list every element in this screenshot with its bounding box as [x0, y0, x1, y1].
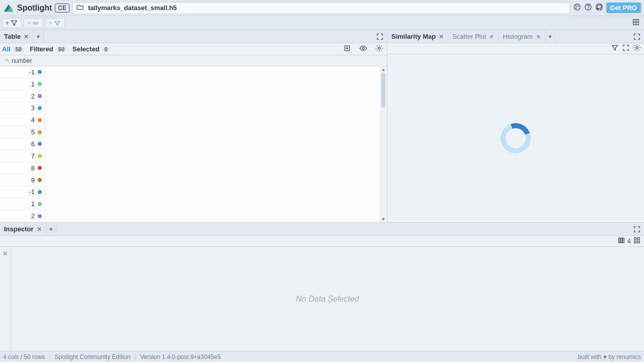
- maximize-icon[interactable]: [630, 223, 644, 235]
- table-row[interactable]: 1: [0, 78, 45, 90]
- category-dot-icon: [38, 82, 42, 86]
- filter-all[interactable]: All 50: [2, 45, 25, 53]
- table-row[interactable]: 7: [0, 150, 45, 162]
- close-icon[interactable]: ✕: [24, 33, 29, 40]
- filter-filtered[interactable]: Filtered 50: [30, 45, 67, 53]
- add-tab-button[interactable]: +: [46, 223, 57, 235]
- add-link-button[interactable]: +: [24, 18, 43, 28]
- close-icon[interactable]: ✕: [37, 226, 42, 233]
- tab-similarity-map[interactable]: Similarity Map✕: [387, 30, 448, 43]
- scroll-down-icon[interactable]: ▼: [381, 216, 386, 222]
- table-row[interactable]: 2: [0, 90, 45, 103]
- cell-value: 2: [28, 212, 35, 220]
- svg-point-7: [588, 9, 588, 9]
- columns-icon[interactable]: [617, 236, 625, 246]
- topbar-actions: Get PRO: [573, 3, 641, 13]
- app-logo-icon: [3, 3, 14, 14]
- category-dot-icon: [38, 202, 42, 206]
- gear-icon[interactable]: [633, 44, 641, 53]
- table-row[interactable]: 8: [0, 162, 45, 174]
- inspector-body: ✕ No Data Selected: [0, 247, 644, 351]
- svg-point-12: [57, 24, 58, 26]
- close-icon[interactable]: ✕: [536, 33, 541, 40]
- table-row[interactable]: 6: [0, 138, 45, 150]
- table-scrollbar[interactable]: ▲ ▼: [380, 66, 387, 222]
- column-header-number[interactable]: ✎ number: [0, 57, 45, 64]
- close-icon[interactable]: ✕: [489, 33, 494, 40]
- table-row[interactable]: 3: [0, 103, 45, 115]
- svg-point-17: [636, 47, 638, 49]
- tab-histogram[interactable]: Histogram✕: [499, 30, 545, 43]
- add-column-icon[interactable]: [342, 44, 353, 54]
- filter-icon: [10, 19, 18, 27]
- cell-value: 1: [28, 80, 35, 88]
- scroll-up-icon[interactable]: ▲: [381, 66, 386, 72]
- layout-icon[interactable]: [630, 18, 642, 28]
- add-filter-button[interactable]: +: [2, 18, 22, 28]
- columns-count: 4: [627, 237, 631, 245]
- maximize-icon[interactable]: [630, 30, 644, 43]
- fit-icon[interactable]: [622, 44, 630, 53]
- plus-icon: +: [27, 20, 31, 27]
- svg-rect-20: [622, 238, 624, 242]
- add-tab-button[interactable]: +: [545, 30, 556, 43]
- help-icon[interactable]: [584, 3, 592, 13]
- tab-scatter-plot[interactable]: Scatter Plot✕: [448, 30, 499, 43]
- category-dot-icon: [38, 142, 42, 146]
- table-row[interactable]: -1: [0, 66, 45, 78]
- cell-value: 1: [28, 200, 35, 208]
- tab-label: Histogram: [503, 33, 532, 40]
- gear-icon[interactable]: [374, 44, 385, 54]
- nodes-icon: [53, 19, 61, 27]
- get-pro-button[interactable]: Get PRO: [606, 3, 641, 13]
- table-row[interactable]: 2: [0, 210, 45, 222]
- cell-value: 9: [28, 176, 35, 184]
- edition-badge: CE: [55, 4, 69, 13]
- file-box[interactable]: tallymarks_dataset_small.h5: [72, 2, 570, 14]
- svg-point-2: [574, 4, 580, 10]
- tab-label: Scatter Plot: [452, 33, 486, 40]
- add-graph-button[interactable]: +: [45, 18, 65, 28]
- filter-filtered-label: Filtered: [30, 45, 53, 53]
- column-header-label: number: [12, 57, 32, 64]
- filter-selected-label: Selected: [72, 45, 99, 53]
- cell-value: 3: [28, 104, 35, 112]
- status-bar: 4 cols / 50 rows | Spotlight Community E…: [0, 351, 644, 362]
- filter-filtered-count: 50: [55, 46, 67, 52]
- scroll-thumb[interactable]: [381, 72, 385, 108]
- close-icon[interactable]: ✕: [439, 33, 444, 40]
- cell-value: 4: [28, 116, 35, 124]
- svg-point-15: [362, 47, 364, 49]
- tab-table[interactable]: Table ✕: [0, 30, 33, 43]
- cell-value: 7: [28, 152, 35, 160]
- cell-value: 5: [28, 128, 35, 136]
- app-brand: Spotlight: [17, 4, 52, 13]
- palette-icon[interactable]: [573, 3, 581, 13]
- grid-icon[interactable]: [633, 236, 641, 246]
- add-tab-button[interactable]: +: [33, 30, 44, 43]
- table-row[interactable]: 4: [0, 114, 45, 126]
- viz-body: [387, 54, 644, 222]
- filter-icon[interactable]: [611, 44, 619, 53]
- svg-rect-22: [637, 238, 639, 240]
- heart-icon: ♥: [603, 353, 607, 360]
- table-row[interactable]: 5: [0, 126, 45, 138]
- table-row[interactable]: 9: [0, 174, 45, 187]
- inspector-gutter: ✕: [0, 247, 11, 351]
- table-row[interactable]: -1: [0, 186, 45, 198]
- category-dot-icon: [38, 166, 42, 170]
- category-dot-icon: [38, 154, 42, 158]
- main-split: Table ✕ + All 50 Filtered 50: [0, 30, 644, 222]
- scroll-track[interactable]: [380, 72, 386, 216]
- cell-value: 8: [28, 164, 35, 172]
- maximize-icon[interactable]: [373, 30, 387, 43]
- cell-value: -1: [28, 188, 35, 196]
- table-row[interactable]: 1: [0, 198, 45, 210]
- visibility-icon[interactable]: [358, 44, 369, 54]
- github-icon[interactable]: [595, 3, 603, 13]
- filter-all-label: All: [2, 45, 11, 53]
- filter-selected[interactable]: Selected 0: [72, 45, 111, 53]
- tab-inspector[interactable]: Inspector ✕: [0, 223, 46, 235]
- inspector-toolbar: 4: [0, 236, 644, 247]
- close-icon[interactable]: ✕: [3, 250, 8, 257]
